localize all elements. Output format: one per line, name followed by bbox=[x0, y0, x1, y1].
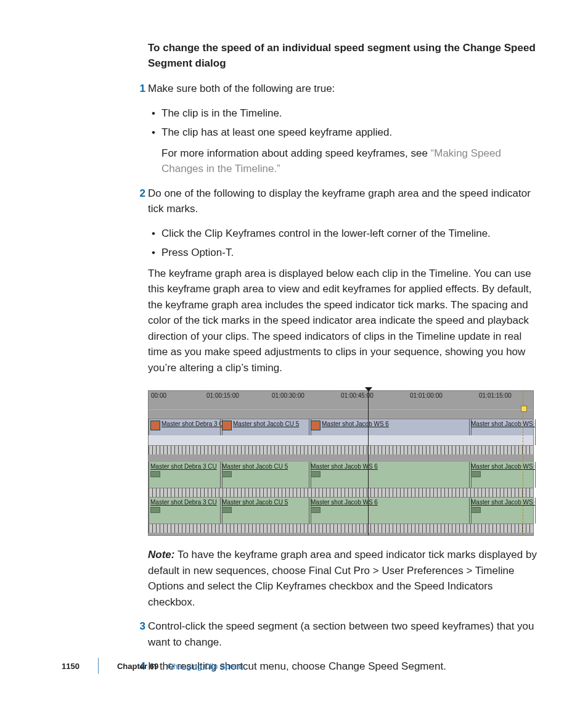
audio-clip[interactable]: Master shot Jacob CU 5 bbox=[220, 462, 311, 488]
note-label: Note: bbox=[148, 549, 174, 560]
audio-clip[interactable]: Master shot Jacob WS 6 bbox=[309, 498, 472, 523]
keyframe-icon[interactable] bbox=[377, 437, 385, 445]
video-clip[interactable]: Master shot Debra 3 CU bbox=[149, 419, 223, 445]
bullet: The clip has at least one speed keyframe… bbox=[148, 125, 541, 141]
bullet-note: For more information about adding speed … bbox=[148, 146, 541, 177]
step-1: 1 Make sure both of the following are tr… bbox=[148, 81, 541, 97]
chapter-label: Chapter 69 bbox=[117, 662, 158, 671]
footer-separator bbox=[98, 658, 99, 674]
waveform-icon bbox=[471, 471, 481, 477]
audio-clip[interactable]: Master shot Debra 3 CU bbox=[149, 498, 223, 523]
step-text: Make sure both of the following are true… bbox=[148, 83, 335, 94]
step-3: 3 Control-click the speed segment (a sec… bbox=[148, 618, 541, 650]
bullet: Click the Clip Keyframes control in the … bbox=[148, 226, 541, 242]
audio-track[interactable]: Master shot Debra 3 CU Master shot Jacob… bbox=[149, 462, 533, 488]
bullet: The clip is in the Timeline. bbox=[148, 105, 541, 121]
step-number: 2 bbox=[133, 186, 145, 202]
waveform-icon bbox=[222, 471, 232, 477]
audio-clip[interactable]: Master shot Jacob WS 6 bbox=[309, 462, 472, 488]
step-text: Control-click the speed segment (a secti… bbox=[148, 620, 534, 648]
section-heading: To change the speed of an individual spe… bbox=[148, 41, 541, 71]
waveform-icon bbox=[222, 507, 232, 513]
waveform-icon bbox=[150, 471, 160, 477]
audio-clip[interactable]: Master shot Debra 3 CU bbox=[149, 462, 223, 488]
sequence-end-marker[interactable] bbox=[523, 391, 523, 535]
timecode: 01:00:15:00 bbox=[206, 392, 239, 399]
playhead[interactable] bbox=[368, 391, 369, 535]
step-2: 2 Do one of the following to display the… bbox=[148, 186, 541, 217]
speed-indicator-ticks bbox=[149, 524, 533, 533]
waveform-icon bbox=[471, 507, 481, 513]
step-number: 3 bbox=[133, 618, 145, 634]
thumbnail-icon bbox=[311, 421, 321, 430]
step-number: 1 bbox=[133, 81, 145, 97]
paragraph: The keyframe graph area is displayed bel… bbox=[148, 266, 541, 376]
timecode: 01:01:00:00 bbox=[410, 392, 443, 399]
audio-track[interactable]: Master shot Debra 3 CU Master shot Jacob… bbox=[149, 497, 533, 524]
page-number: 1150 bbox=[62, 662, 80, 671]
keyframe-icon[interactable] bbox=[306, 437, 314, 445]
waveform-icon bbox=[311, 471, 321, 477]
step-text: Do one of the following to display the k… bbox=[148, 187, 531, 215]
timecode: 01:01:15:00 bbox=[479, 392, 512, 399]
waveform-icon bbox=[150, 507, 160, 513]
video-clip[interactable]: Master shot Jacob WS 6 bbox=[469, 419, 536, 445]
audio-clip[interactable]: Master shot Jacob CU 5 bbox=[220, 498, 311, 523]
timeline-screenshot: 00:00 01:00:15:00 01:00:30:00 01:00:45:0… bbox=[148, 390, 534, 536]
video-clip[interactable]: Master shot Jacob WS 6 bbox=[309, 419, 472, 445]
timecode: 01:00:30:00 bbox=[272, 392, 304, 399]
speed-indicator-ticks bbox=[149, 446, 533, 454]
speed-indicator-ticks bbox=[149, 488, 533, 497]
video-track[interactable]: Master shot Debra 3 CU Master shot Jacob… bbox=[149, 419, 533, 446]
timecode: 00:00 bbox=[151, 392, 166, 399]
audio-clip[interactable]: Master shot Jacob WS 6 bbox=[469, 498, 536, 523]
thumbnail-icon bbox=[150, 421, 160, 430]
chapter-title: Changing Clip Speed bbox=[168, 662, 243, 671]
video-clip[interactable]: Master shot Jacob CU 5 bbox=[220, 419, 311, 445]
page-footer: 1150 Chapter 69 Changing Clip Speed bbox=[0, 658, 588, 678]
thumbnail-icon bbox=[222, 421, 232, 430]
note-paragraph: Note: To have the keyframe graph area an… bbox=[148, 547, 541, 610]
audio-clip[interactable]: Master shot Jacob WS 6 bbox=[469, 462, 536, 488]
bullet: Press Option-T. bbox=[148, 245, 541, 261]
time-ruler[interactable]: 00:00 01:00:15:00 01:00:30:00 01:00:45:0… bbox=[149, 391, 533, 409]
waveform-icon bbox=[311, 507, 321, 513]
